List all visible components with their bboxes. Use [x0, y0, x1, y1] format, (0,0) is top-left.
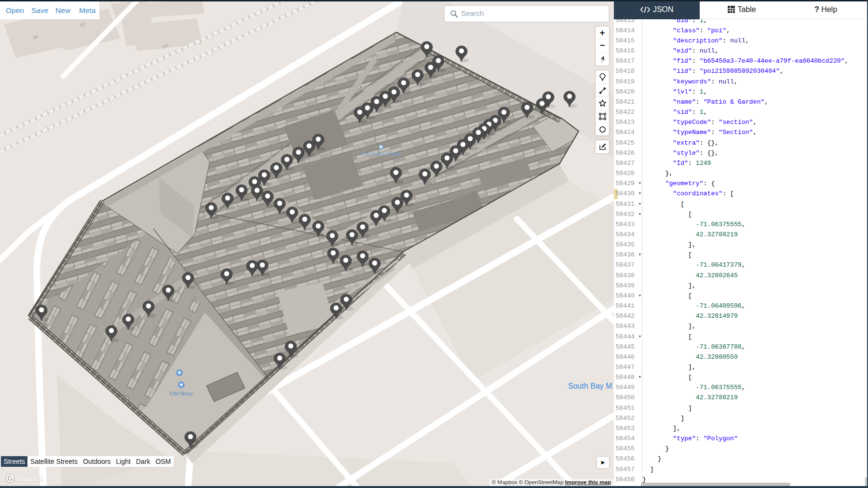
svg-text:mapbox: mapbox [16, 475, 43, 483]
svg-text:Old Navy: Old Navy [170, 391, 193, 396]
svg-text:South Bay M: South Bay M [568, 382, 612, 390]
svg-text:The Home Depot: The Home Depot [361, 151, 401, 157]
